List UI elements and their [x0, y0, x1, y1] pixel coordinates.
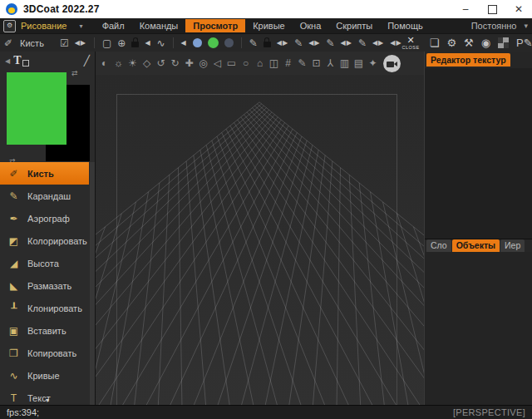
titlebar: 3DCoat 2022.27 – ✕ — [0, 0, 532, 18]
contrast-icon[interactable]: ◐ — [98, 58, 111, 68]
stepper-arrows-icon[interactable]: ◀▶ — [390, 40, 401, 47]
arrow-left-icon[interactable]: ◀ — [181, 40, 187, 47]
tab-texture-editor[interactable]: Редактор текстур — [426, 53, 510, 67]
menu-item-permanent[interactable]: Постоянно — [464, 19, 525, 32]
pen-3d-icon[interactable]: ✎ — [296, 58, 308, 68]
checkbox-icon[interactable]: ☑ — [60, 38, 69, 48]
brush-icon[interactable]: ✐ — [4, 38, 12, 48]
pencil-icon[interactable]: ✎ — [249, 38, 258, 48]
menu-item-scripts[interactable]: Скрипты — [328, 19, 380, 32]
zoom-icon[interactable]: ◎ — [197, 58, 209, 68]
viewport-canvas[interactable] — [96, 75, 424, 405]
stepper-arrows-icon[interactable]: ◀▶ — [341, 40, 352, 47]
left-tool-panel: ◀ T ╱ ⇄ ⇄ ✐Кисть✎Карандаш✒Аэрограф◩Колор… — [0, 52, 96, 405]
pencil-icon[interactable]: ✎ — [294, 38, 303, 48]
settings-pen-icon[interactable]: ⚙ — [446, 37, 456, 48]
objects-panel-body[interactable] — [425, 252, 532, 405]
menu-item-curves[interactable]: Кривые — [245, 19, 293, 32]
menu-item-view[interactable]: Просмотр — [185, 19, 245, 32]
pose-tool-icon[interactable]: ⚒ — [464, 37, 474, 48]
toolbar-right-group: ✕CLOSE❏⚙⚒◉P✎ — [402, 36, 532, 51]
frame-icon[interactable]: ▭ — [225, 58, 238, 68]
tool-item-clone-stamp[interactable]: ┸Клонировать — [0, 297, 89, 319]
rotate-ccw-icon[interactable]: ↺ — [155, 58, 167, 68]
tool-item-smudge[interactable]: ◣Размазать — [0, 274, 89, 297]
lasso-icon[interactable]: ∿ — [157, 38, 165, 48]
webcam-icon[interactable]: ◉ — [481, 37, 490, 48]
primary-color-swatch[interactable] — [7, 72, 66, 145]
render-frame-icon[interactable]: ▤ — [352, 58, 365, 68]
lamp-icon[interactable]: ✦ — [367, 58, 379, 68]
pencil-icon[interactable]: ✎ — [327, 38, 335, 48]
menu-item-help[interactable]: Помощь — [380, 19, 431, 32]
droplet-icon[interactable]: ◇ — [140, 58, 153, 68]
exposure-icon[interactable]: ☀ — [126, 58, 139, 68]
brightness-icon[interactable]: ☼ — [112, 58, 125, 68]
mouse-icon[interactable]: ⊕ — [117, 38, 126, 48]
scroll-more-caret[interactable]: ▾ — [46, 397, 49, 404]
book-panel-icon[interactable]: ❏ — [430, 37, 440, 48]
tool-item-airbrush[interactable]: ✒Аэрограф — [0, 207, 89, 229]
arrow-left-icon[interactable]: ◀ — [145, 40, 150, 47]
sphere-blue-icon[interactable] — [193, 38, 202, 47]
circle-select-icon[interactable]: ○ — [239, 58, 252, 68]
pencil-icon: ✎ — [7, 190, 20, 202]
close-button[interactable]: ✕ — [505, 0, 532, 18]
menubar-overflow-caret[interactable]: ▾ — [524, 22, 532, 30]
tool-label: Кисть — [27, 169, 54, 179]
tool-item-curves[interactable]: ∿Кривые — [0, 364, 89, 387]
tool-item-brush[interactable]: ✐Кисть — [0, 162, 89, 185]
color-green-icon[interactable] — [208, 37, 219, 48]
tool-item-copy[interactable]: ❐Копировать — [0, 342, 89, 364]
right-panel-tabs: СлоОбъектыИер — [426, 239, 532, 252]
fps-counter: fps:394; — [7, 407, 39, 417]
camera-icon[interactable] — [383, 55, 401, 72]
stepper-arrows-icon[interactable]: ◀▶ — [75, 40, 86, 47]
home-view-icon[interactable]: ⌂ — [254, 58, 266, 68]
tool-item-height[interactable]: ◢Высота — [0, 252, 89, 274]
menu-item-file[interactable]: Файл — [95, 19, 132, 32]
clone-stamp-icon: ┸ — [7, 303, 20, 314]
menu-items: ФайлКомандыПросмотрКривыеОкнаСкриптыПомо… — [95, 19, 525, 32]
texture-editor-body[interactable] — [425, 68, 532, 239]
swap-colors-icon[interactable]: ⇄ — [71, 70, 78, 77]
sphere-dark-icon[interactable] — [224, 38, 234, 47]
workspace-selector[interactable]: ⚙ Рисование ▾ — [0, 20, 86, 32]
minimize-button[interactable]: – — [452, 0, 479, 18]
tool-item-text[interactable]: TТекст — [0, 387, 89, 405]
rotate-cw-icon[interactable]: ↻ — [169, 58, 181, 68]
collapse-arrow-icon[interactable]: ◀ — [5, 57, 10, 65]
stepper-arrows-icon[interactable]: ◀▶ — [308, 40, 320, 47]
grid-toggle-icon[interactable]: # — [282, 58, 294, 68]
curves-icon: ∿ — [7, 370, 20, 382]
cursor-icon[interactable]: ◁ — [211, 58, 224, 68]
pencil-slash-icon[interactable]: ╱ — [84, 55, 90, 67]
tool-item-colorize[interactable]: ◩Колорировать — [0, 229, 89, 252]
tool-list-scrollbar[interactable] — [90, 162, 95, 405]
text-frame-icon[interactable]: T — [13, 54, 28, 67]
pose-icon[interactable]: ⅄ — [324, 58, 337, 68]
checker-pattern-icon[interactable] — [498, 37, 509, 48]
paste-icon: ▣ — [7, 325, 20, 337]
tool-item-pencil[interactable]: ✎Карандаш — [0, 185, 89, 207]
cube-view-icon[interactable]: ◫ — [268, 58, 280, 68]
tab-layers[interactable]: Сло — [426, 239, 451, 252]
viewport-toolbar: ◐☼☀◇↺↻✚◎◁▭○⌂◫#✎⊡⅄▥▤✦ — [96, 52, 424, 75]
focus-icon[interactable]: ⊡ — [310, 58, 323, 68]
stepper-arrows-icon[interactable]: ◀▶ — [372, 40, 384, 47]
pan-icon[interactable]: ✚ — [183, 58, 195, 68]
menu-item-commands[interactable]: Команды — [132, 19, 186, 32]
tool-item-paste[interactable]: ▣Вставить — [0, 319, 89, 342]
square-icon[interactable]: ▢ — [102, 38, 111, 48]
stepper-arrows-icon[interactable]: ◀▶ — [277, 40, 288, 47]
menu-item-windows[interactable]: Окна — [293, 19, 329, 32]
maximize-button[interactable] — [479, 0, 505, 18]
tab-objects[interactable]: Объекты — [452, 239, 500, 252]
tab-hierarchy[interactable]: Иер — [500, 239, 525, 252]
pencil-icon[interactable]: ✎ — [358, 38, 367, 48]
window-controls: – ✕ — [452, 0, 532, 18]
brackets-icon[interactable]: ▥ — [338, 58, 351, 68]
workspace-label: Рисование — [21, 21, 66, 31]
p-brush-icon[interactable]: P✎ — [516, 37, 532, 48]
close-panel-button[interactable]: ✕CLOSE — [402, 36, 420, 51]
